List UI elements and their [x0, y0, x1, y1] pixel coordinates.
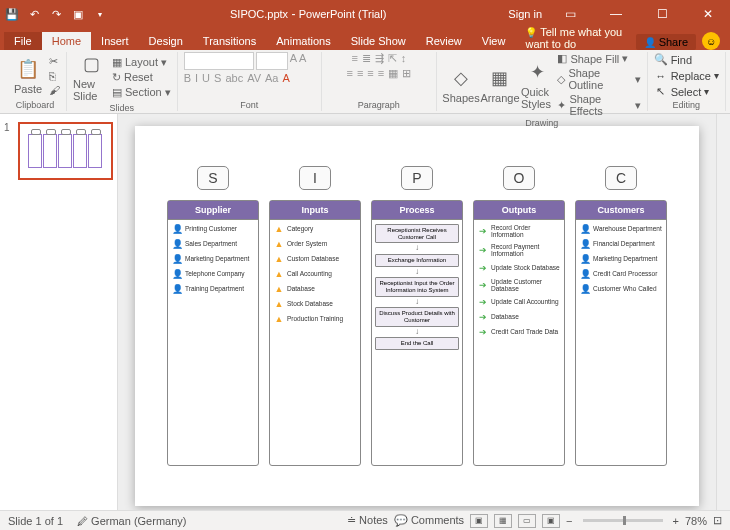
tab-home[interactable]: Home	[42, 32, 91, 50]
bold-button[interactable]: B	[184, 72, 191, 84]
minimize-icon[interactable]: ―	[598, 0, 634, 28]
item-icon: ▲	[274, 224, 284, 234]
tab-insert[interactable]: Insert	[91, 32, 139, 50]
vertical-scrollbar[interactable]	[716, 114, 730, 510]
undo-icon[interactable]: ↶	[26, 6, 42, 22]
cut-button[interactable]: ✂	[49, 55, 60, 68]
item-icon: ➔	[478, 280, 488, 290]
item-label: Customer Who Called	[593, 285, 657, 292]
ribbon-options-icon[interactable]: ▭	[552, 0, 588, 28]
list-item: ▲Category	[272, 224, 358, 234]
save-icon[interactable]: 💾	[4, 6, 20, 22]
zoom-slider[interactable]	[583, 519, 663, 522]
slideshow-view-button[interactable]: ▣	[542, 514, 560, 528]
column-header: Customers	[576, 201, 666, 220]
item-label: Production Training	[287, 315, 343, 322]
size-combo[interactable]	[256, 52, 288, 70]
qat-more-icon[interactable]: ▾	[92, 6, 108, 22]
sipoc-column: ProcessReceptionist Receives Customer Ca…	[371, 200, 463, 466]
quick-styles-button[interactable]: ✦Quick Styles	[521, 60, 554, 110]
group-drawing: Drawing	[443, 117, 641, 129]
shapes-button[interactable]: ◇Shapes	[443, 66, 479, 104]
statusbar: Slide 1 of 1 🖉 German (Germany) ≐ Notes …	[0, 510, 730, 530]
item-icon: ➔	[478, 245, 488, 255]
sipoc-column: Supplier👤Printing Customer👤Sales Departm…	[167, 200, 259, 466]
slide-canvas[interactable]: SSupplier👤Printing Customer👤Sales Depart…	[118, 114, 716, 510]
workspace: 1 SSupplier👤Printing Customer👤Sales Depa…	[0, 114, 730, 510]
reset-button[interactable]: ↻ Reset	[112, 71, 171, 84]
strike-button[interactable]: S	[214, 72, 221, 84]
arrange-button[interactable]: ▦Arrange	[482, 66, 518, 104]
tab-design[interactable]: Design	[139, 32, 193, 50]
tab-animations[interactable]: Animations	[266, 32, 340, 50]
item-icon: 👤	[172, 269, 182, 279]
item-icon: 👤	[580, 269, 590, 279]
shape-fill-button[interactable]: ◧ Shape Fill ▾	[557, 52, 640, 65]
column-header: Outputs	[474, 201, 564, 220]
item-icon: 👤	[580, 284, 590, 294]
signin-link[interactable]: Sign in	[508, 8, 542, 20]
item-icon: 👤	[580, 254, 590, 264]
column-header: Supplier	[168, 201, 258, 220]
reading-view-button[interactable]: ▭	[518, 514, 536, 528]
tab-file[interactable]: File	[4, 32, 42, 50]
list-item: 👤Sales Department	[170, 239, 256, 249]
present-icon[interactable]: ▣	[70, 6, 86, 22]
zoom-out-button[interactable]: −	[566, 515, 572, 527]
font-combo[interactable]	[184, 52, 254, 70]
find-button[interactable]: 🔍Find	[654, 53, 719, 67]
thumbnail-panel: 1	[0, 114, 118, 510]
comments-button[interactable]: 💬 Comments	[394, 514, 464, 527]
share-button[interactable]: Share	[636, 34, 696, 50]
tab-transitions[interactable]: Transitions	[193, 32, 266, 50]
select-button[interactable]: ↖Select ▾	[654, 85, 719, 99]
item-label: Order System	[287, 240, 327, 247]
close-icon[interactable]: ✕	[690, 0, 726, 28]
shape-effects-button[interactable]: ✦ Shape Effects ▾	[557, 93, 640, 117]
bullets-button[interactable]: ≡	[351, 52, 357, 65]
list-item: ➔Credit Card Trade Data	[476, 327, 562, 337]
feedback-icon[interactable]: ☺	[702, 32, 720, 50]
font-color-button[interactable]: A	[282, 72, 289, 84]
flow-arrow-icon: ↓	[415, 246, 419, 251]
new-slide-button[interactable]: ▢New Slide	[73, 52, 109, 102]
zoom-level[interactable]: 78%	[685, 515, 707, 527]
slide-indicator[interactable]: Slide 1 of 1	[8, 515, 63, 527]
flow-arrow-icon: ↓	[415, 270, 419, 275]
underline-button[interactable]: U	[202, 72, 210, 84]
column-header: Process	[372, 201, 462, 220]
list-item: 👤Customer Who Called	[578, 284, 664, 294]
item-icon: 👤	[172, 254, 182, 264]
section-button[interactable]: ▤ Section ▾	[112, 86, 171, 99]
numbering-button[interactable]: ≣	[362, 52, 371, 65]
thumb-number: 1	[4, 122, 14, 180]
column-header: Inputs	[270, 201, 360, 220]
normal-view-button[interactable]: ▣	[470, 514, 488, 528]
titlebar: 💾 ↶ ↷ ▣ ▾ SIPOC.pptx - PowerPoint (Trial…	[0, 0, 730, 28]
sipoc-letter: I	[299, 166, 331, 190]
sorter-view-button[interactable]: ▦	[494, 514, 512, 528]
replace-button[interactable]: ↔Replace ▾	[654, 69, 719, 83]
layout-button[interactable]: ▦ Layout ▾	[112, 56, 171, 69]
item-icon: ▲	[274, 254, 284, 264]
paste-button[interactable]: 📋Paste	[10, 57, 46, 95]
maximize-icon[interactable]: ☐	[644, 0, 680, 28]
shape-outline-button[interactable]: ◇ Shape Outline ▾	[557, 67, 640, 91]
tab-review[interactable]: Review	[416, 32, 472, 50]
redo-icon[interactable]: ↷	[48, 6, 64, 22]
item-label: Training Department	[185, 285, 244, 292]
item-label: Printing Customer	[185, 225, 237, 232]
tab-view[interactable]: View	[472, 32, 516, 50]
format-painter-button[interactable]: 🖌	[49, 84, 60, 96]
slide-thumbnail[interactable]	[18, 122, 113, 180]
fit-icon[interactable]: ⊡	[713, 514, 722, 527]
tell-me-input[interactable]: Tell me what you want to do	[525, 26, 635, 50]
italic-button[interactable]: I	[195, 72, 198, 84]
tab-slideshow[interactable]: Slide Show	[341, 32, 416, 50]
notes-button[interactable]: ≐ Notes	[347, 514, 388, 527]
zoom-in-button[interactable]: +	[673, 515, 679, 527]
group-editing: Editing	[654, 99, 719, 111]
language-indicator[interactable]: 🖉 German (Germany)	[77, 515, 186, 527]
align-left-button[interactable]: ≡	[346, 67, 352, 80]
copy-button[interactable]: ⎘	[49, 70, 60, 82]
